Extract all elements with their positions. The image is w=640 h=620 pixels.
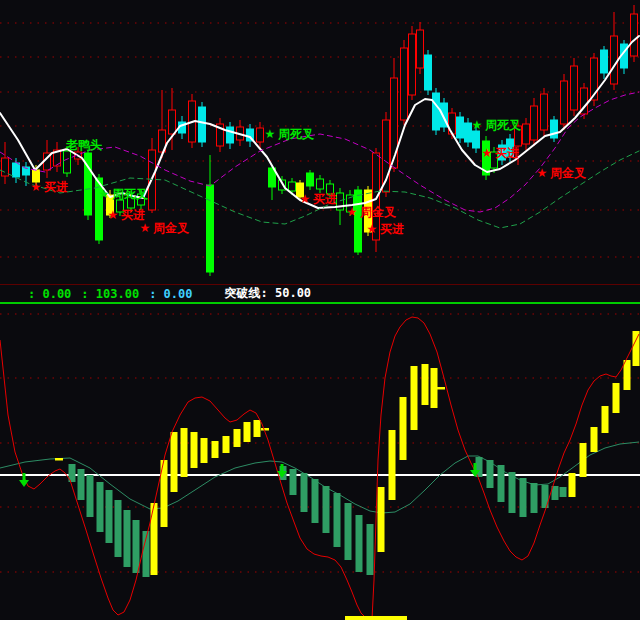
candle-body [13,163,20,177]
candle-body [257,128,264,142]
candle-body [289,182,296,191]
candle-body [409,34,416,95]
candle-body [355,190,362,252]
candle-body [64,151,71,173]
signal-label: 买进 [495,146,519,160]
up-stair-bar [422,364,429,405]
yellow-dash [437,387,445,390]
down-stair-bar [560,487,567,497]
candle-body [307,173,314,186]
signal-marker: ★周死叉 [472,118,521,132]
star-icon: ★ [31,180,42,194]
candle-body [523,124,530,144]
red-envelope-line [0,317,639,619]
up-stair-bar [602,406,609,433]
up-stair-bar [181,428,188,477]
signal-marker: ★周金叉 [537,166,586,180]
down-stair-bar [367,524,374,575]
down-stair-bar [97,482,104,532]
signal-marker: ★周金叉 [347,205,396,219]
main-candlestick-chart[interactable]: 老鸭头★买进★周死叉★买进★周金叉★周死叉★买进★周金叉★买进★周死叉★买进★周… [0,0,640,284]
up-stair-bar [633,331,640,366]
candle-body [169,110,176,134]
indicator-value-1: : 0.00 [28,287,71,301]
signal-label: 买进 [44,180,68,194]
signal-marker: ★周死叉 [99,187,148,201]
star-icon: ★ [537,166,548,180]
up-stair-bar [212,441,219,458]
candle-body [631,14,638,56]
up-stair-bar [400,397,407,460]
down-stair-bar [290,469,297,495]
signal-label: 周金叉 [549,166,586,180]
down-stair-bar [498,465,505,502]
down-stair-bar [78,469,85,500]
candle-body [227,127,234,143]
yellow-dash [261,428,269,431]
up-stair-bar [191,432,198,468]
down-stair-bar [133,520,140,573]
up-stair-bar [613,383,620,413]
up-stair-bar [569,473,576,497]
candle-body [541,94,548,130]
down-stair-bar [323,486,330,533]
indicator-status-bar: : 0.00 : 103.00 : 0.00 突破线: 50.00 [0,285,640,302]
up-stair-bar [201,438,208,463]
signal-label: 周死叉 [277,127,314,141]
down-stair-bar [301,473,308,512]
up-stair-bar [244,422,251,442]
down-stair-bar [509,472,516,513]
down-stair-bar [115,500,122,557]
signal-marker: ★买进 [482,146,519,160]
signal-marker: ★买进 [367,222,404,236]
star-icon: ★ [108,208,119,222]
candle-body [531,106,538,140]
up-stair-bar [254,420,261,437]
signal-marker: ★周死叉 [265,127,314,141]
signal-label: 周死叉 [111,187,148,201]
candle-body [433,93,440,130]
signal-label: 周金叉 [359,205,396,219]
signal-marker: ★买进 [108,208,145,222]
star-icon: ★ [99,187,110,201]
oscillator-bars [55,331,640,577]
signal-marker: ★买进 [31,180,68,194]
star-icon: ★ [265,127,276,141]
candle-body [571,66,578,110]
down-stair-bar [520,478,527,517]
candle-body [425,55,432,90]
down-stair-bar [356,515,363,572]
up-stair-bar [389,430,396,500]
star-icon: ★ [472,118,483,132]
star-icon: ★ [367,222,378,236]
down-stair-bar [106,490,113,543]
up-stair-bar [223,436,230,453]
up-stair-bar [171,432,178,492]
down-stair-bar [87,475,94,517]
indicator-value-2: : 103.00 [81,287,139,301]
candle-body [611,36,618,84]
candle-body [601,50,608,73]
down-stair-bar [312,479,319,523]
breakout-line-value: 突破线: 50.00 [225,285,312,302]
down-stair-bar [124,510,131,567]
star-icon: ★ [347,205,358,219]
signal-label: 买进 [121,208,145,222]
oscillator-indicator-chart[interactable] [0,305,640,620]
up-stair-bar [580,443,587,477]
candle-body [551,120,558,138]
candle-body [457,117,464,138]
star-icon: ★ [140,221,151,235]
candle-body [391,78,398,168]
up-stair-bar [431,368,438,408]
up-stair-bar [234,429,241,447]
up-stair-bar [378,487,385,552]
candle-body [2,158,9,176]
signal-marker: ★周金叉 [140,221,189,235]
candle-body [417,30,424,68]
down-stair-bar [334,493,341,547]
up-stair-bar [624,360,631,390]
candle-body [473,131,480,148]
panel-separator-line [0,302,640,304]
down-stair-bar [531,483,538,513]
